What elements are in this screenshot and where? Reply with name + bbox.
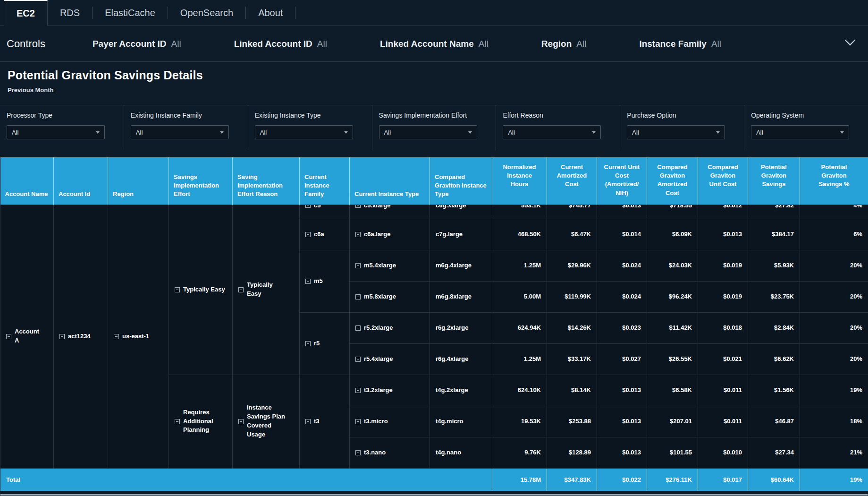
- cell-type[interactable]: t3.nano: [350, 437, 430, 468]
- collapse-icon[interactable]: [355, 205, 361, 208]
- control-payer-account-id[interactable]: Payer Account IDAll: [93, 39, 181, 49]
- column-header-compared[interactable]: Compared Graviton Instance Type: [430, 157, 492, 205]
- column-header-account[interactable]: Account Name: [0, 157, 54, 205]
- collapse-icon[interactable]: [355, 357, 361, 362]
- cell-region[interactable]: us-east-1: [108, 205, 169, 468]
- collapse-icon[interactable]: [355, 232, 361, 237]
- cell-account[interactable]: Account A: [0, 205, 54, 468]
- collapse-icon[interactable]: [59, 334, 65, 339]
- total-compared_unit: $0.017: [698, 468, 748, 491]
- collapse-icon[interactable]: [305, 341, 311, 346]
- cell-reason[interactable]: Instance Savings Plan Covered Usage: [233, 375, 300, 468]
- cell-savings_pct: 20%: [800, 250, 868, 281]
- cell-value: t3: [314, 417, 320, 426]
- cell-effort[interactable]: Typically Easy: [169, 205, 233, 375]
- collapse-icon[interactable]: [305, 279, 311, 284]
- collapse-icon[interactable]: [305, 205, 311, 208]
- control-value: All: [317, 39, 327, 49]
- tab-about[interactable]: About: [246, 0, 295, 26]
- collapse-icon[interactable]: [355, 450, 361, 455]
- operating-system-select[interactable]: All: [751, 125, 849, 139]
- existing-instance-type-select[interactable]: All: [255, 125, 353, 139]
- column-header-region[interactable]: Region: [108, 157, 169, 205]
- cell-effort[interactable]: Requires Additional Planning: [169, 375, 233, 468]
- cell-type[interactable]: m5.8xlarge: [350, 281, 430, 312]
- control-linked-account-name[interactable]: Linked Account NameAll: [380, 39, 489, 49]
- savings-implementation-effort-select[interactable]: All: [379, 125, 477, 139]
- column-header-compared_unit[interactable]: Compared Graviton Unit Cost: [698, 157, 748, 205]
- collapse-icon[interactable]: [355, 419, 361, 424]
- cell-family[interactable]: m5: [300, 250, 350, 312]
- collapse-icon[interactable]: [114, 334, 119, 339]
- cell-type[interactable]: r5.2xlarge: [350, 312, 430, 343]
- cell-type[interactable]: c5.xlarge: [350, 205, 430, 219]
- cell-value: 5.00M: [524, 292, 541, 301]
- filter-label: Savings Implementation Effort: [379, 111, 489, 119]
- filter-label: Existing Instance Family: [131, 111, 241, 119]
- tab-ec2[interactable]: EC2: [4, 0, 48, 26]
- controls-expand-button[interactable]: [844, 39, 856, 48]
- collapse-icon[interactable]: [305, 232, 311, 237]
- column-header-type[interactable]: Current Instance Type: [350, 157, 430, 205]
- cell-value: 624.94K: [518, 324, 541, 333]
- cell-account_id[interactable]: act1234: [54, 205, 108, 468]
- control-region[interactable]: RegionAll: [541, 39, 587, 49]
- column-header-savings_pct[interactable]: Potential Graviton Savings %: [800, 157, 868, 205]
- column-header-reason[interactable]: Saving Implementation Effort Reason: [233, 157, 300, 205]
- filter-savings-implementation-effort: Savings Implementation EffortAll: [372, 105, 497, 151]
- cell-type[interactable]: t3.micro: [350, 406, 430, 437]
- collapse-icon[interactable]: [305, 419, 311, 424]
- cell-family[interactable]: c5: [300, 205, 350, 219]
- processor-type-select[interactable]: All: [7, 125, 105, 139]
- cell-family[interactable]: r5: [300, 312, 350, 375]
- collapse-icon[interactable]: [355, 325, 361, 331]
- collapse-icon[interactable]: [355, 388, 361, 393]
- cell-type[interactable]: m5.4xlarge: [350, 250, 430, 281]
- column-header-label: Compared Graviton Unit Cost: [704, 163, 742, 189]
- cell-type[interactable]: t3.2xlarge: [350, 375, 430, 406]
- column-header-compared_cost[interactable]: Compared Graviton Amortized Cost: [647, 157, 698, 205]
- control-instance-family[interactable]: Instance FamilyAll: [639, 39, 721, 49]
- collapse-icon[interactable]: [238, 419, 244, 424]
- column-header-family[interactable]: Current Instance Family: [300, 157, 350, 205]
- collapse-icon[interactable]: [238, 287, 244, 292]
- horizontal-scrollbar[interactable]: [0, 494, 868, 496]
- collapse-icon[interactable]: [355, 294, 361, 299]
- tab-rds[interactable]: RDS: [48, 0, 92, 26]
- column-header-label: Potential Graviton Savings %: [815, 163, 853, 189]
- cell-savings: $5.93K: [748, 250, 800, 281]
- column-header-savings[interactable]: Potential Graviton Savings: [748, 157, 800, 205]
- collapse-icon[interactable]: [175, 287, 180, 292]
- cell-reason[interactable]: Typically Easy: [233, 205, 300, 375]
- purchase-option-select[interactable]: All: [627, 125, 725, 139]
- collapse-icon[interactable]: [355, 263, 361, 268]
- tab-opensearch[interactable]: OpenSearch: [168, 0, 245, 26]
- cell-value: 468.50K: [518, 230, 541, 239]
- column-header-current_cost[interactable]: Current Amortized Cost: [547, 157, 597, 205]
- collapse-icon[interactable]: [175, 419, 180, 424]
- column-header-hours[interactable]: Normalized Instance Hours: [492, 157, 547, 205]
- cell-hours: 1.25M: [492, 343, 547, 375]
- control-linked-account-id[interactable]: Linked Account IDAll: [234, 39, 327, 49]
- cell-value: $718.55: [670, 205, 692, 210]
- cell-value: $0.027: [622, 355, 641, 364]
- cell-value: $0.010: [723, 448, 742, 457]
- existing-instance-family-select[interactable]: All: [131, 125, 229, 139]
- column-header-current_unit[interactable]: Current Unit Cost (Amortized/NIH): [597, 157, 647, 205]
- tab-elasticache[interactable]: ElastiCache: [93, 0, 168, 26]
- cell-type[interactable]: c6a.large: [350, 219, 430, 250]
- column-header-effort[interactable]: Savings Implementation Effort: [169, 157, 233, 205]
- cell-value: $0.012: [723, 205, 742, 210]
- column-header-account_id[interactable]: Account Id: [54, 157, 108, 205]
- cell-value: $207.01: [670, 417, 692, 426]
- cell-current_cost: $128.89: [547, 437, 597, 468]
- cell-family[interactable]: c6a: [300, 219, 350, 250]
- cell-hours: 1.25M: [492, 250, 547, 281]
- cell-value: 6%: [853, 230, 862, 239]
- collapse-icon[interactable]: [6, 334, 11, 339]
- effort-reason-select[interactable]: All: [503, 125, 601, 139]
- cell-savings_pct: 21%: [800, 437, 868, 468]
- cell-family[interactable]: t3: [300, 375, 350, 468]
- cell-type[interactable]: r5.4xlarge: [350, 343, 430, 375]
- column-header-label: Compared Graviton Instance Type: [435, 173, 487, 199]
